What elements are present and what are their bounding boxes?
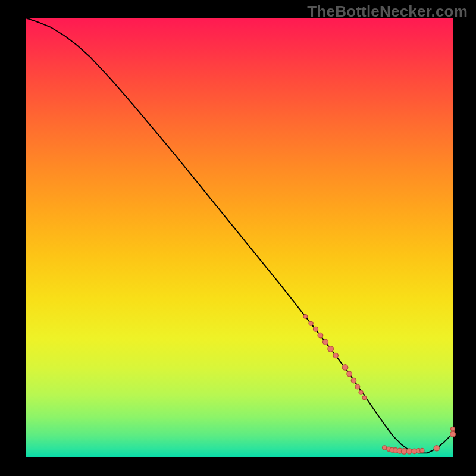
data-point bbox=[406, 449, 412, 454]
data-point bbox=[322, 339, 328, 345]
data-point bbox=[450, 431, 456, 437]
data-point bbox=[303, 315, 308, 319]
data-point bbox=[401, 449, 407, 455]
scatter-dots bbox=[303, 315, 456, 455]
data-point bbox=[420, 448, 424, 452]
curve-layer bbox=[26, 18, 453, 457]
data-point bbox=[342, 365, 348, 371]
chart-frame: TheBottleNecker.com bbox=[0, 0, 476, 476]
data-point bbox=[451, 427, 455, 431]
data-point bbox=[434, 446, 439, 451]
data-point bbox=[309, 321, 313, 325]
data-point bbox=[347, 371, 352, 377]
data-point bbox=[333, 353, 338, 358]
data-point bbox=[314, 327, 318, 331]
data-point bbox=[355, 384, 360, 389]
data-point bbox=[328, 346, 334, 352]
data-point bbox=[383, 446, 387, 450]
data-point bbox=[362, 396, 367, 400]
plot-area bbox=[26, 18, 453, 457]
data-point bbox=[351, 378, 356, 383]
data-point bbox=[318, 333, 323, 338]
data-point bbox=[359, 390, 363, 394]
bottleneck-curve bbox=[26, 18, 453, 453]
